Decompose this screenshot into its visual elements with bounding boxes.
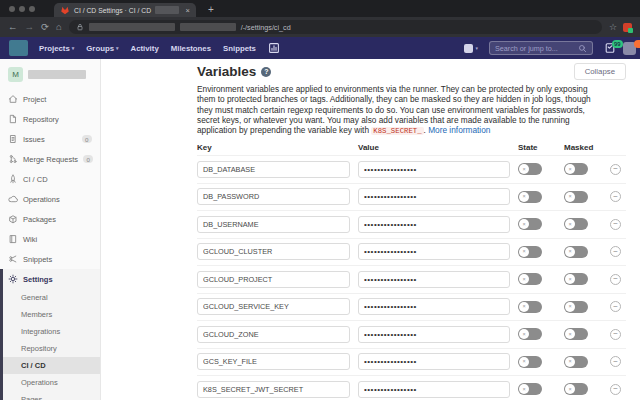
navbar-menu-item[interactable]: Projects▾ [39, 44, 74, 53]
variable-value-input[interactable] [358, 326, 510, 343]
variable-key-input[interactable] [197, 271, 350, 288]
help-icon[interactable]: ? [261, 67, 271, 77]
masked-toggle[interactable]: × [564, 191, 588, 203]
remove-variable-button[interactable]: − [610, 329, 621, 340]
user-avatar[interactable] [623, 42, 636, 55]
navbar-menu-item[interactable]: Activity [131, 44, 159, 53]
state-toggle[interactable]: × [518, 163, 542, 175]
settings-subitem[interactable]: Integrations [3, 323, 100, 340]
project-header[interactable]: M [0, 59, 100, 89]
state-toggle[interactable]: × [518, 301, 542, 313]
browser-tab[interactable]: CI / CD Settings · CI / CD × [54, 3, 196, 17]
variable-key-input[interactable] [197, 298, 350, 315]
variable-key-input[interactable] [197, 188, 350, 205]
more-information-link[interactable]: More information [428, 125, 490, 135]
remove-variable-button[interactable]: − [610, 356, 621, 367]
maximize-window-icon[interactable] [29, 6, 35, 12]
variable-value-input[interactable] [358, 188, 510, 205]
minimize-window-icon[interactable] [19, 6, 25, 12]
sidebar-item[interactable]: Wiki [0, 229, 100, 249]
sidebar-item[interactable]: Packages [0, 209, 100, 229]
masked-toggle[interactable]: × [564, 356, 588, 368]
navbar-menu-item[interactable]: Groups▾ [86, 44, 118, 53]
settings-subitem[interactable]: General [3, 289, 100, 306]
masked-toggle[interactable]: × [564, 246, 588, 258]
remove-variable-button[interactable]: − [610, 274, 621, 285]
variable-key-input[interactable] [197, 243, 350, 260]
search-input[interactable] [495, 44, 578, 53]
state-toggle[interactable]: × [518, 246, 542, 258]
variable-value-input[interactable] [358, 243, 510, 260]
settings-subitem[interactable]: CI / CD [3, 357, 100, 374]
reload-icon[interactable]: ⟳ [41, 22, 49, 32]
state-toggle[interactable]: × [518, 356, 542, 368]
sidebar-item[interactable]: Issues 0 [0, 129, 100, 149]
sidebar-item[interactable]: Project [0, 89, 100, 109]
state-toggle[interactable]: × [518, 383, 542, 395]
sidebar-item-settings[interactable]: Settings [3, 269, 100, 289]
remove-variable-button[interactable]: − [610, 191, 621, 202]
masked-toggle[interactable]: × [564, 218, 588, 230]
remove-variable-button[interactable]: − [610, 219, 621, 230]
variable-key-input[interactable] [197, 161, 350, 178]
sidebar-item[interactable]: Merge Requests 0 [0, 149, 100, 169]
masked-toggle[interactable]: × [564, 163, 588, 175]
sidebar-item[interactable]: CI / CD [0, 169, 100, 189]
home-icon[interactable]: ⌂ [56, 22, 62, 32]
variable-key-input[interactable] [197, 381, 350, 398]
gear-icon [8, 274, 18, 284]
cloud-icon [8, 194, 18, 204]
address-bar[interactable]: /-/settings/ci_cd [69, 20, 602, 34]
browser-extension-icon[interactable] [623, 23, 632, 32]
masked-toggle[interactable]: × [564, 328, 588, 340]
variable-value-input[interactable] [358, 161, 510, 178]
state-toggle[interactable]: × [518, 218, 542, 230]
toggle-off-icon: × [519, 219, 529, 229]
window-controls[interactable] [0, 0, 44, 17]
gitlab-logo[interactable] [9, 40, 28, 56]
masked-toggle[interactable]: × [564, 273, 588, 285]
variable-key-input[interactable] [197, 216, 350, 233]
state-toggle[interactable]: × [518, 328, 542, 340]
charts-icon[interactable] [268, 42, 280, 54]
count-badge: 0 [82, 135, 92, 143]
masked-toggle[interactable]: × [564, 383, 588, 395]
tab-close-icon[interactable]: × [186, 6, 190, 15]
back-icon[interactable]: ← [8, 22, 18, 32]
variable-row: × × − [197, 183, 626, 211]
sidebar-item[interactable]: Repository [0, 109, 100, 129]
settings-subitem[interactable]: Pages [3, 391, 100, 400]
global-search[interactable] [489, 41, 593, 55]
apps-dropdown[interactable]: ▾ [464, 44, 478, 53]
settings-subitem[interactable]: Repository [3, 340, 100, 357]
variable-value-input[interactable] [358, 353, 510, 370]
redacted-tab-text [155, 6, 179, 14]
variable-value-input[interactable] [358, 381, 510, 398]
rocket-icon [8, 174, 18, 184]
variable-key-input[interactable] [197, 326, 350, 343]
state-toggle[interactable]: × [518, 191, 542, 203]
variable-value-input[interactable] [358, 216, 510, 233]
close-window-icon[interactable] [9, 6, 15, 12]
variable-value-input[interactable] [358, 298, 510, 315]
forward-icon[interactable]: → [25, 22, 35, 32]
variable-key-input[interactable] [197, 353, 350, 370]
navbar-menu-item[interactable]: Milestones [171, 44, 211, 53]
settings-subitem[interactable]: Operations [3, 374, 100, 391]
navbar-menu-item[interactable]: Snippets [223, 44, 256, 53]
collapse-button[interactable]: Collapse [574, 63, 626, 80]
remove-variable-button[interactable]: − [610, 384, 621, 395]
state-toggle[interactable]: × [518, 273, 542, 285]
sidebar-item[interactable]: Snippets [0, 249, 100, 269]
settings-subitem[interactable]: Members [3, 306, 100, 323]
variable-value-input[interactable] [358, 271, 510, 288]
variable-row: × × − [197, 265, 626, 293]
remove-variable-button[interactable]: − [610, 301, 621, 312]
masked-toggle[interactable]: × [564, 301, 588, 313]
remove-variable-button[interactable]: − [610, 246, 621, 257]
remove-variable-button[interactable]: − [610, 164, 621, 175]
bookmark-star-icon[interactable]: ☆ [609, 22, 617, 32]
new-tab-button[interactable]: + [208, 4, 214, 17]
sidebar-item[interactable]: Operations [0, 189, 100, 209]
todos-button[interactable]: 99 [604, 42, 616, 54]
